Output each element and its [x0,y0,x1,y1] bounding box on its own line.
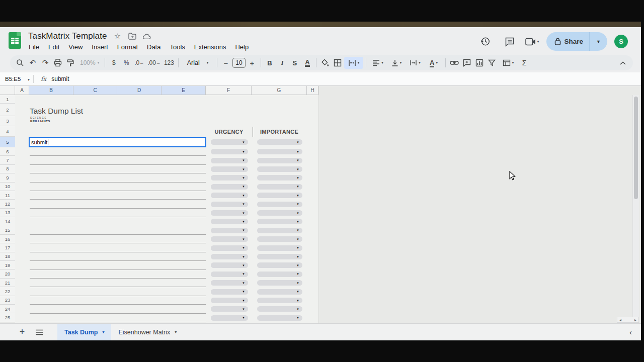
name-box-arrow[interactable]: ▾ [28,78,30,81]
row-header-21[interactable]: 21 [0,279,15,287]
tab-eisenhower-arrow[interactable]: ▾ [175,330,177,334]
search-menus-icon[interactable] [14,57,26,69]
tab-task-dump-arrow[interactable]: ▾ [102,330,104,334]
urgency-dropdown-row-17[interactable]: ▼ [211,245,248,251]
urgency-dropdown-row-13[interactable]: ▼ [211,210,248,216]
urgency-dropdown-row-22[interactable]: ▼ [211,289,248,295]
document-title[interactable]: TaskMatrix Template [28,31,107,41]
tab-eisenhower-matrix[interactable]: Eisenhower Matrix▾ [111,324,184,341]
create-filter-button[interactable] [486,57,498,69]
format-percent-button[interactable]: % [120,57,132,69]
row-header-5[interactable]: 5 [0,137,15,147]
urgency-dropdown-row-10[interactable]: ▼ [211,184,248,190]
column-header-B[interactable]: B [29,86,73,95]
row-header-3[interactable]: 3 [0,116,15,126]
menu-file[interactable]: File [25,42,43,52]
column-header-F[interactable]: F [206,86,252,95]
urgency-dropdown-row-8[interactable]: ▼ [211,166,248,172]
row-header-9[interactable]: 9 [0,173,15,182]
strikethrough-button[interactable]: S [289,57,301,69]
star-icon[interactable]: ☆ [114,32,122,40]
row-header-15[interactable]: 15 [0,226,15,235]
importance-dropdown-row-13[interactable]: ▼ [257,210,302,216]
all-sheets-button[interactable] [33,326,45,338]
horizontal-align-button[interactable]: ▾ [369,57,387,69]
account-avatar[interactable]: S [614,35,628,48]
urgency-dropdown-row-12[interactable]: ▼ [211,202,248,207]
column-header-G[interactable]: G [252,86,307,95]
importance-dropdown-row-15[interactable]: ▼ [257,228,302,233]
urgency-dropdown-row-9[interactable]: ▼ [211,175,248,180]
importance-dropdown-row-7[interactable]: ▼ [257,158,302,163]
urgency-dropdown-row-20[interactable]: ▼ [211,272,248,277]
insert-chart-button[interactable] [473,57,486,69]
vertical-align-button[interactable]: ▾ [387,57,406,69]
row-header-25[interactable]: 25 [0,313,15,322]
column-header-H[interactable]: H [307,86,318,95]
collapse-panel-chevron[interactable]: ‹ [629,328,632,336]
urgency-dropdown-row-23[interactable]: ▼ [211,298,248,303]
italic-button[interactable]: I [276,57,288,69]
row-header-7[interactable]: 7 [0,156,15,164]
row-header-2[interactable]: 2 [0,104,15,116]
importance-dropdown-row-9[interactable]: ▼ [257,175,302,180]
row-header-1[interactable]: 1 [0,95,15,104]
column-header-E[interactable]: E [162,86,206,95]
row-header-4[interactable]: 4 [0,126,15,137]
scroll-left-arrow[interactable]: ◂ [619,318,621,322]
undo-button[interactable]: ↶ [27,57,39,69]
valign-dropdown-arrow[interactable]: ▾ [400,61,402,65]
row-header-16[interactable]: 16 [0,235,15,243]
share-button[interactable]: Share ▼ [546,32,607,51]
insert-link-button[interactable] [448,57,460,69]
menu-data[interactable]: Data [143,42,164,52]
importance-dropdown-row-10[interactable]: ▼ [257,184,302,190]
zoom-select[interactable]: 100%▾ [77,57,102,69]
menu-view[interactable]: View [65,42,86,52]
row-header-19[interactable]: 19 [0,261,15,269]
urgency-dropdown-row-24[interactable]: ▼ [211,306,248,312]
functions-button[interactable]: Σ [518,57,530,69]
column-header-C[interactable]: C [73,86,117,95]
urgency-dropdown-row-14[interactable]: ▼ [211,219,248,224]
row-header-11[interactable]: 11 [0,191,15,200]
borders-button[interactable] [332,57,344,69]
wrap-dropdown-arrow[interactable]: ▾ [419,61,421,65]
halign-dropdown-arrow[interactable]: ▾ [381,61,383,65]
redo-button[interactable]: ↷ [39,57,51,69]
meet-dropdown-arrow[interactable]: ▾ [537,39,539,44]
row-header-12[interactable]: 12 [0,200,15,208]
menu-extensions[interactable]: Extensions [191,42,230,52]
importance-dropdown-row-11[interactable]: ▼ [257,193,302,198]
hide-toolbar-chevron[interactable] [617,57,629,69]
importance-dropdown-row-21[interactable]: ▼ [257,280,302,286]
increase-font-size-button[interactable]: + [246,57,258,69]
share-dropdown-arrow[interactable]: ▼ [590,32,607,51]
format-currency-button[interactable]: $ [108,57,120,69]
row-header-13[interactable]: 13 [0,209,15,217]
row-header-24[interactable]: 24 [0,305,15,313]
importance-dropdown-row-25[interactable]: ▼ [257,315,302,321]
paint-format-button[interactable] [64,57,76,69]
row-header-8[interactable]: 8 [0,165,15,173]
urgency-dropdown-row-18[interactable]: ▼ [211,254,248,259]
add-sheet-button[interactable]: + [16,326,28,338]
row-header-10[interactable]: 10 [0,183,15,191]
decrease-font-size-button[interactable]: − [220,57,232,69]
importance-header[interactable]: IMPORTANCE [249,129,309,135]
views-dropdown-arrow[interactable]: ▾ [512,61,514,65]
importance-dropdown-row-16[interactable]: ▼ [257,236,302,242]
sheet-title-text[interactable]: Task Dump List [30,107,83,116]
column-header-D[interactable]: D [117,86,162,95]
vertical-scrollbar-thumb[interactable] [634,97,638,199]
print-button[interactable] [52,57,64,69]
importance-dropdown-row-19[interactable]: ▼ [257,262,302,268]
text-rotation-button[interactable]: A ▾ [425,57,443,69]
active-cell-editor[interactable]: submit [29,137,206,147]
rotation-dropdown-arrow[interactable]: ▾ [436,61,438,65]
importance-dropdown-row-12[interactable]: ▼ [257,202,302,207]
urgency-dropdown-row-25[interactable]: ▼ [211,315,248,321]
sheets-logo-icon[interactable] [8,32,22,49]
more-formats-button[interactable]: 123 [163,57,176,69]
urgency-dropdown-row-5[interactable]: ▼ [211,139,248,145]
